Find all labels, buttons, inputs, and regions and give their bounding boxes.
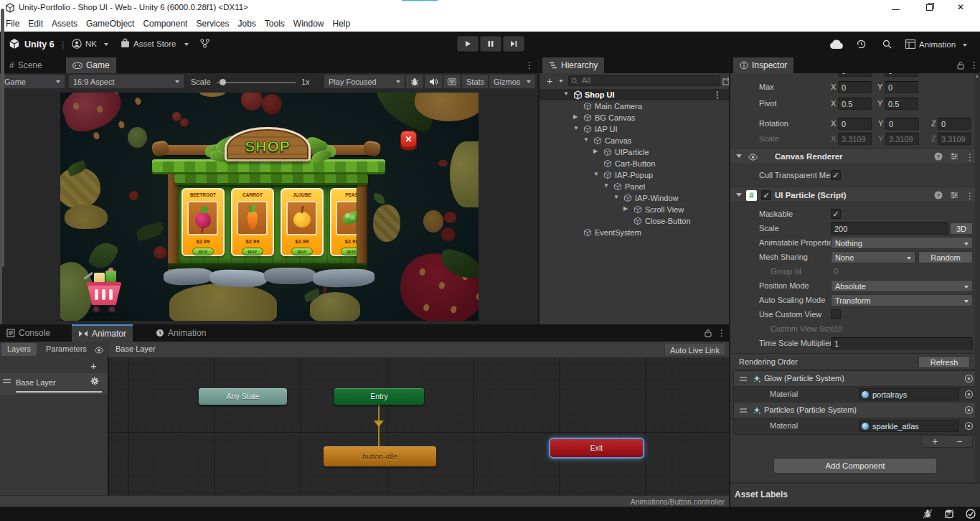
inspector-lock-icon[interactable] bbox=[957, 61, 964, 70]
aspect-dropdown[interactable]: 16:9 Aspect bbox=[69, 75, 184, 88]
node-any-state[interactable]: Any State bbox=[199, 388, 287, 405]
cloud-icon[interactable] bbox=[829, 39, 844, 50]
animator-menu-dots[interactable]: ⋮ bbox=[717, 328, 726, 338]
card-buy-button[interactable]: BUY bbox=[291, 248, 313, 255]
mute-audio-button[interactable] bbox=[425, 75, 442, 88]
rotation-z-field[interactable]: 0 bbox=[938, 118, 971, 130]
scroll-up-arrow[interactable] bbox=[976, 75, 979, 78]
material-object-field[interactable]: sparkle_atlas bbox=[859, 420, 959, 432]
tab-hierarchy[interactable]: Hierarchy bbox=[542, 57, 604, 73]
divider-inspector[interactable] bbox=[729, 57, 730, 507]
expand-arrow[interactable]: ▼ bbox=[593, 171, 599, 177]
drag-handle[interactable] bbox=[740, 408, 747, 410]
particle-row-particles-particle-system-[interactable]: Particles (Particle System) bbox=[734, 403, 976, 418]
material-object-field[interactable]: portalrays bbox=[859, 388, 959, 400]
ui-particle-enabled-checkbox[interactable]: ✓ bbox=[761, 190, 771, 200]
min-x-field[interactable]: 0 bbox=[838, 73, 872, 77]
cart-icon[interactable] bbox=[84, 268, 125, 315]
list-remove-button[interactable]: − bbox=[956, 436, 962, 447]
layout-dropdown-arrow[interactable] bbox=[963, 44, 967, 47]
cull-transparent-checkbox[interactable]: ✓ bbox=[831, 170, 841, 180]
add-gameobject-button[interactable]: + bbox=[547, 75, 552, 87]
pivot-y-field[interactable]: 0.5 bbox=[885, 98, 918, 110]
stats-button[interactable]: Stats bbox=[462, 75, 488, 88]
minimize-button[interactable] bbox=[892, 9, 900, 10]
layout-dropdown[interactable]: Animation bbox=[919, 40, 956, 49]
expand-arrow[interactable]: ▼ bbox=[583, 136, 589, 143]
animator-graph[interactable]: Any State Entry button-idle Exit bbox=[109, 357, 729, 495]
node-entry[interactable]: Entry bbox=[334, 388, 424, 405]
scale-y-field[interactable]: 3.3109 bbox=[885, 133, 919, 145]
drag-handle[interactable] bbox=[740, 377, 747, 378]
layers-tab[interactable]: Layers bbox=[1, 343, 37, 356]
foldout-arrow[interactable] bbox=[736, 154, 742, 158]
shop-close-button[interactable]: ✕ bbox=[400, 131, 417, 148]
hierarchy-item-iap-popup[interactable]: ▼IAP-Popup bbox=[540, 169, 729, 181]
card-buy-button[interactable]: BUY bbox=[242, 248, 263, 255]
expand-arrow[interactable]: ▼ bbox=[603, 182, 609, 189]
animator-lock-icon[interactable] bbox=[705, 329, 712, 337]
play-focused-dropdown[interactable]: Play Focused bbox=[324, 75, 405, 88]
scene-menu-dots[interactable]: ⋮ bbox=[713, 90, 722, 100]
particle-scale-field[interactable]: 200 bbox=[831, 222, 948, 235]
mesh-sharing-dropdown[interactable]: None bbox=[831, 251, 915, 263]
tab-animation[interactable]: Animation bbox=[149, 324, 212, 342]
gear-icon[interactable] bbox=[90, 377, 99, 385]
ui-particle-header[interactable]: # ✓ UI Particle (Script) ?⋮ bbox=[730, 187, 980, 203]
maximize-button[interactable] bbox=[926, 4, 933, 11]
add-component-button[interactable]: Add Component bbox=[773, 458, 937, 474]
search-icon[interactable] bbox=[882, 39, 892, 49]
scale-x-field[interactable]: 3.3109 bbox=[838, 133, 872, 145]
hierarchy-item-canvas[interactable]: ▼Canvas bbox=[540, 135, 729, 146]
eye-icon[interactable] bbox=[94, 347, 104, 354]
parameters-tab[interactable]: Parameters bbox=[40, 343, 93, 356]
object-picker-icon[interactable] bbox=[964, 374, 974, 385]
position-mode-dropdown[interactable]: Absolute bbox=[831, 280, 973, 292]
object-picker-icon[interactable] bbox=[964, 421, 974, 432]
add-dropdown-arrow[interactable] bbox=[559, 80, 563, 83]
display-dropdown[interactable]: Game bbox=[0, 75, 65, 88]
gizmos-dropdown[interactable]: Gizmos bbox=[489, 75, 535, 88]
tab-game[interactable]: Game bbox=[66, 57, 116, 73]
auto-live-link-button[interactable]: Auto Live Link bbox=[664, 343, 725, 356]
menu-item-edit[interactable]: Edit bbox=[24, 16, 47, 29]
pause-button[interactable] bbox=[480, 36, 501, 52]
max-y-field[interactable]: 0 bbox=[885, 81, 918, 93]
component-menu-dots[interactable]: ⋮ bbox=[966, 152, 974, 162]
eye-icon[interactable] bbox=[748, 154, 758, 161]
menu-item-window[interactable]: Window bbox=[289, 16, 329, 29]
rotation-y-field[interactable]: 0 bbox=[885, 118, 919, 130]
node-exit[interactable]: Exit bbox=[550, 439, 643, 457]
step-button[interactable] bbox=[503, 36, 524, 52]
hierarchy-item-cart-button[interactable]: Cart-Button bbox=[540, 158, 729, 169]
hierarchy-item-shop-ui[interactable]: ▼Shop UI⋮ bbox=[540, 89, 729, 100]
hierarchy-item-uiparticle[interactable]: ▶UIParticle bbox=[540, 146, 729, 158]
game-menu-dots[interactable]: ⋮ bbox=[525, 60, 534, 70]
object-picker-icon[interactable] bbox=[964, 390, 974, 400]
debug-bug-button[interactable] bbox=[406, 75, 423, 88]
asset-store-dropdown-arrow[interactable] bbox=[184, 43, 189, 46]
account-name[interactable]: NK bbox=[85, 39, 97, 48]
mute-bug-icon[interactable] bbox=[923, 509, 933, 519]
tab-console[interactable]: Console bbox=[0, 324, 57, 342]
hierarchy-item-bg-canvas[interactable]: ▶BG Canvas bbox=[540, 112, 729, 123]
auto-scaling-dropdown[interactable]: Transform bbox=[831, 294, 973, 306]
breadcrumb-base-layer[interactable]: Base Layer bbox=[116, 344, 156, 353]
max-x-field[interactable]: 0 bbox=[838, 81, 872, 93]
component-menu-dots[interactable]: ⋮ bbox=[966, 191, 974, 201]
hierarchy-item-scroll-view[interactable]: ▶Scroll View bbox=[540, 204, 729, 215]
help-icon[interactable]: ? bbox=[934, 152, 943, 161]
menu-item-assets[interactable]: Assets bbox=[47, 16, 82, 29]
scale-z-field[interactable]: 3.3109 bbox=[938, 133, 971, 145]
mute-messages-icon[interactable] bbox=[944, 509, 954, 519]
play-button[interactable] bbox=[457, 36, 479, 52]
expand-arrow[interactable]: ▶ bbox=[623, 205, 628, 212]
hierarchy-search-input[interactable]: All bbox=[568, 75, 720, 86]
unity-version-label[interactable]: Unity 6 bbox=[24, 39, 55, 50]
hierarchy-item-close-button[interactable]: Close-Button bbox=[540, 215, 729, 227]
menu-item-help[interactable]: Help bbox=[329, 16, 355, 29]
history-icon[interactable] bbox=[856, 39, 867, 50]
hierarchy-item-panel[interactable]: ▼Panel bbox=[540, 181, 729, 192]
scale-slider-knob[interactable] bbox=[220, 79, 226, 85]
hierarchy-item-iap-window[interactable]: ▼IAP-Window bbox=[540, 192, 729, 204]
